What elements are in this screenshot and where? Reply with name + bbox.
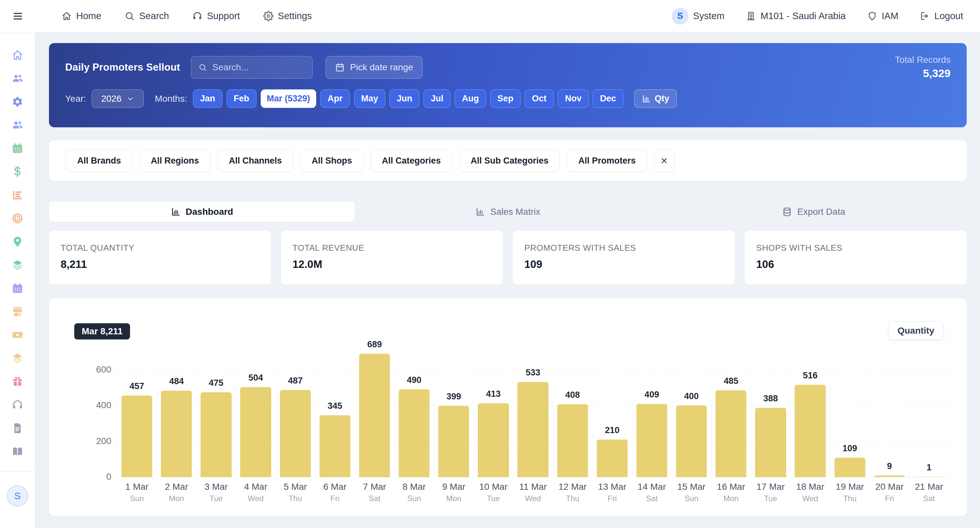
sidebar-item-10-layers[interactable]: [12, 259, 23, 271]
search-input[interactable]: [212, 62, 305, 73]
bar-12-mar[interactable]: [557, 404, 588, 477]
month-button-apr[interactable]: Apr: [320, 89, 350, 108]
x-axis-date-label: 18 Mar: [796, 482, 824, 492]
primary-nav: HomeSearchSupportSettings: [62, 11, 312, 21]
top-nav-right: S System M101 - Saudi Arabia IAM Logout: [671, 8, 963, 25]
sidebar-item-8-target[interactable]: [12, 212, 23, 224]
sidebar-item-4-team[interactable]: [12, 119, 23, 131]
calendar-range-icon: [335, 62, 345, 72]
month-button-mar[interactable]: Mar (5329): [261, 89, 317, 108]
stat-value: 12.0M: [293, 258, 491, 271]
sidebar-item-14-layers[interactable]: [12, 352, 23, 364]
year-select[interactable]: 2026: [92, 89, 144, 108]
date-range-button[interactable]: Pick date range: [326, 56, 423, 79]
bar-11-mar[interactable]: [517, 382, 548, 477]
iam-link[interactable]: IAM: [867, 11, 899, 21]
legend-quantity-button[interactable]: Quantity: [888, 322, 943, 340]
bar-6-mar[interactable]: [320, 415, 350, 477]
bar-slot-2-mar: 4842 MarMon: [157, 331, 196, 477]
org-selector[interactable]: M101 - Saudi Arabia: [746, 11, 846, 21]
stat-value: 8,211: [60, 258, 259, 271]
bar-13-mar[interactable]: [597, 439, 627, 477]
stat-value: 106: [756, 258, 955, 271]
month-button-jan[interactable]: Jan: [193, 89, 223, 108]
sidebar-item-5-calendar[interactable]: [12, 143, 23, 154]
month-button-may[interactable]: May: [354, 89, 386, 108]
sidebar-item-17-document[interactable]: [12, 422, 23, 434]
org-label: M101 - Saudi Arabia: [760, 11, 846, 21]
nav-item-settings[interactable]: Settings: [263, 11, 312, 21]
bar-14-mar[interactable]: [636, 404, 667, 477]
filter-chip-all-channels[interactable]: All Channels: [218, 150, 293, 172]
tab-sales-matrix[interactable]: Sales Matrix: [355, 201, 660, 222]
bar-16-mar[interactable]: [716, 390, 746, 477]
x-axis-day-label: Sat: [923, 494, 935, 503]
filter-chip-all-sub-categories[interactable]: All Sub Categories: [459, 150, 560, 172]
x-axis-date-label: 14 Mar: [638, 482, 666, 492]
bar-8-mar[interactable]: [399, 389, 430, 477]
y-tick-label: 400: [49, 400, 111, 411]
sidebar-item-3-gear[interactable]: [12, 96, 23, 108]
clear-filters-button[interactable]: [654, 150, 674, 172]
bar-21-mar[interactable]: [913, 477, 944, 477]
bar-7-mar[interactable]: [359, 354, 390, 477]
bar-3-mar[interactable]: [201, 392, 232, 477]
month-button-oct[interactable]: Oct: [525, 89, 554, 108]
filter-chip-all-brands[interactable]: All Brands: [66, 150, 132, 172]
sidebar: S: [0, 32, 35, 528]
bar-9-mar[interactable]: [438, 406, 469, 477]
sidebar-item-2-team[interactable]: [12, 73, 23, 84]
month-button-aug[interactable]: Aug: [455, 89, 486, 108]
sidebar-item-7-chart-bars[interactable]: [12, 189, 23, 201]
tab-label: Dashboard: [186, 207, 233, 217]
sidebar-item-15-gift[interactable]: [12, 376, 23, 387]
user-menu[interactable]: S System: [671, 8, 724, 25]
month-button-jun[interactable]: Jun: [390, 89, 419, 108]
month-button-sep[interactable]: Sep: [490, 89, 521, 108]
sidebar-item-13-money[interactable]: [12, 329, 23, 341]
bar-10-mar[interactable]: [478, 403, 509, 477]
bar-1-mar[interactable]: [121, 395, 152, 477]
menu-toggle-button[interactable]: [0, 11, 36, 22]
month-button-jul[interactable]: Jul: [423, 89, 450, 108]
nav-item-home[interactable]: Home: [62, 11, 101, 21]
month-button-nov[interactable]: Nov: [558, 89, 589, 108]
month-button-feb[interactable]: Feb: [227, 89, 256, 108]
filter-chip-all-regions[interactable]: All Regions: [140, 150, 210, 172]
sidebar-avatar[interactable]: S: [7, 485, 28, 507]
bar-5-mar[interactable]: [280, 390, 311, 477]
month-button-dec[interactable]: Dec: [593, 89, 623, 108]
filter-chip-all-shops[interactable]: All Shops: [300, 150, 364, 172]
sidebar-item-18-book[interactable]: [12, 446, 23, 457]
dollar-icon: [12, 166, 23, 178]
sidebar-item-6-dollar[interactable]: [12, 166, 23, 178]
calendar-icon: [12, 282, 23, 294]
layers-icon: [12, 259, 23, 271]
filter-chip-all-categories[interactable]: All Categories: [371, 150, 452, 172]
sidebar-item-16-headset[interactable]: [12, 399, 23, 411]
sidebar-item-11-calendar[interactable]: [12, 282, 23, 294]
bar-4-mar[interactable]: [240, 387, 271, 477]
sidebar-icon-list: [12, 32, 23, 457]
year-value: 2026: [101, 94, 121, 104]
qty-toggle-button[interactable]: Qty: [634, 89, 677, 108]
bar-18-mar[interactable]: [795, 385, 826, 477]
sidebar-item-9-map-pin[interactable]: [12, 236, 23, 247]
sidebar-item-1-home[interactable]: [12, 49, 23, 61]
bar-2-mar[interactable]: [161, 391, 192, 477]
filter-chip-all-promoters[interactable]: All Promoters: [567, 150, 647, 172]
tab-export-data[interactable]: Export Data: [661, 201, 967, 222]
bar-20-mar[interactable]: [874, 476, 905, 477]
bar-value-label: 516: [803, 371, 818, 381]
nav-item-label: Home: [76, 11, 101, 21]
tab-dashboard[interactable]: Dashboard: [49, 201, 355, 222]
logout-button[interactable]: Logout: [920, 11, 963, 21]
sidebar-item-12-store[interactable]: [12, 306, 23, 317]
avatar: S: [671, 8, 689, 25]
bar-19-mar[interactable]: [834, 458, 865, 477]
months-label: Months:: [155, 94, 187, 104]
nav-item-support[interactable]: Support: [192, 11, 240, 21]
bar-15-mar[interactable]: [676, 406, 706, 477]
bar-17-mar[interactable]: [755, 408, 786, 477]
nav-item-search[interactable]: Search: [124, 11, 169, 21]
